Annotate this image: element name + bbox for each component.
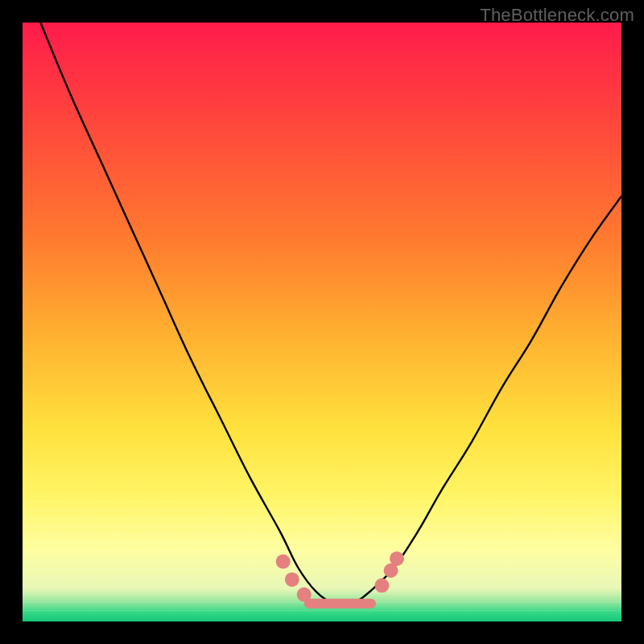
- highlight-dot: [276, 555, 291, 569]
- chart-frame: [23, 23, 621, 621]
- background-gradient: [23, 23, 621, 621]
- bottleneck-plot: [23, 23, 621, 621]
- trough-bar: [304, 599, 376, 609]
- highlight-dot: [390, 551, 404, 566]
- highlight-dot: [285, 572, 299, 587]
- highlight-dot: [297, 588, 312, 602]
- highlight-dot: [374, 578, 389, 592]
- watermark-text: TheBottleneck.com: [480, 5, 634, 26]
